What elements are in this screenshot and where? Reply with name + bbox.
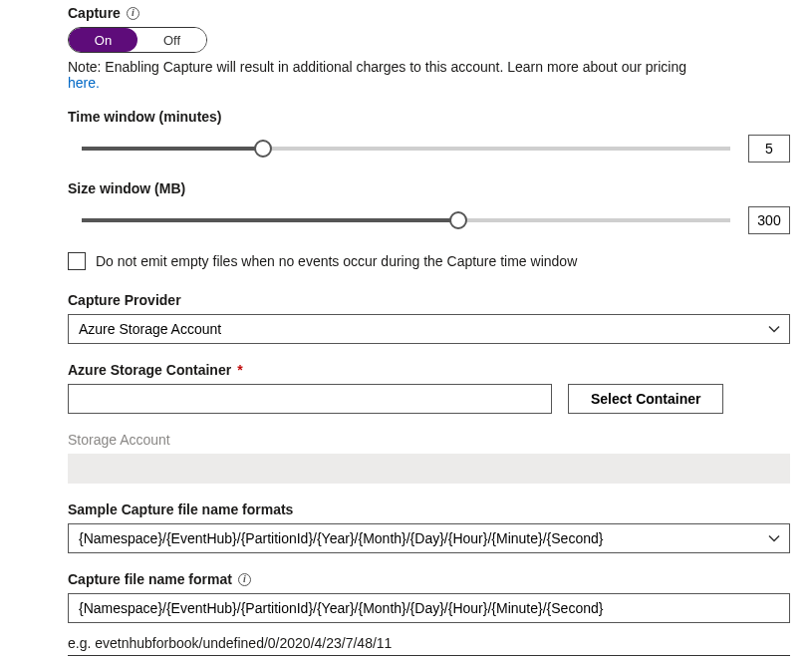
- info-icon[interactable]: [238, 573, 251, 586]
- size-window-section: Size window (MB): [68, 180, 790, 234]
- capture-label-row: Capture: [68, 5, 790, 21]
- info-icon[interactable]: [127, 7, 139, 20]
- capture-toggle-off[interactable]: Off: [137, 28, 206, 52]
- time-window-value[interactable]: [748, 135, 790, 163]
- file-format-input[interactable]: [68, 593, 790, 623]
- storage-account-section: Storage Account: [68, 432, 790, 484]
- sample-formats-select-wrap[interactable]: [68, 523, 790, 553]
- file-format-section: Capture file name format e.g. evetnhubfo…: [68, 571, 790, 651]
- time-window-thumb[interactable]: [254, 140, 272, 158]
- select-container-button[interactable]: Select Container: [568, 384, 723, 414]
- provider-select[interactable]: [68, 314, 790, 344]
- file-format-label: Capture file name format: [68, 571, 232, 587]
- time-window-section: Time window (minutes): [68, 109, 790, 163]
- capture-note-text: Note: Enabling Capture will result in ad…: [68, 59, 686, 75]
- emit-empty-checkbox[interactable]: [68, 252, 86, 270]
- size-window-value[interactable]: [748, 206, 790, 234]
- provider-label: Capture Provider: [68, 292, 790, 308]
- storage-account-label: Storage Account: [68, 432, 790, 448]
- size-window-slider[interactable]: [82, 218, 730, 222]
- size-window-label: Size window (MB): [68, 180, 790, 196]
- time-window-slider[interactable]: [82, 147, 730, 151]
- container-label-row: Azure Storage Container *: [68, 362, 790, 378]
- file-format-label-row: Capture file name format: [68, 571, 790, 587]
- time-window-slider-row: [68, 135, 790, 163]
- storage-account-disabled-box: [68, 454, 790, 484]
- sample-formats-select[interactable]: [68, 523, 790, 553]
- capture-settings-form: Capture On Off Note: Enabling Capture wi…: [0, 0, 812, 660]
- time-window-label: Time window (minutes): [68, 109, 790, 125]
- pricing-link[interactable]: here.: [68, 75, 100, 91]
- capture-toggle-on[interactable]: On: [69, 28, 137, 52]
- bottom-rule: [68, 655, 790, 656]
- provider-select-wrap[interactable]: [68, 314, 790, 344]
- container-input-row: Select Container: [68, 384, 790, 414]
- required-indicator: *: [237, 362, 242, 378]
- sample-formats-label: Sample Capture file name formats: [68, 501, 790, 517]
- provider-section: Capture Provider: [68, 292, 790, 344]
- container-section: Azure Storage Container * Select Contain…: [68, 362, 790, 414]
- capture-section: Capture On Off Note: Enabling Capture wi…: [68, 5, 790, 91]
- sample-formats-section: Sample Capture file name formats: [68, 501, 790, 553]
- capture-toggle[interactable]: On Off: [68, 27, 207, 53]
- emit-empty-label: Do not emit empty files when no events o…: [96, 253, 577, 269]
- container-input[interactable]: [68, 384, 552, 414]
- capture-note: Note: Enabling Capture will result in ad…: [68, 59, 790, 91]
- size-window-slider-row: [68, 206, 790, 234]
- file-format-example: e.g. evetnhubforbook/undefined/0/2020/4/…: [68, 635, 790, 651]
- emit-empty-row[interactable]: Do not emit empty files when no events o…: [68, 252, 790, 270]
- size-window-thumb[interactable]: [449, 211, 467, 229]
- container-label: Azure Storage Container: [68, 362, 231, 378]
- capture-label: Capture: [68, 5, 121, 21]
